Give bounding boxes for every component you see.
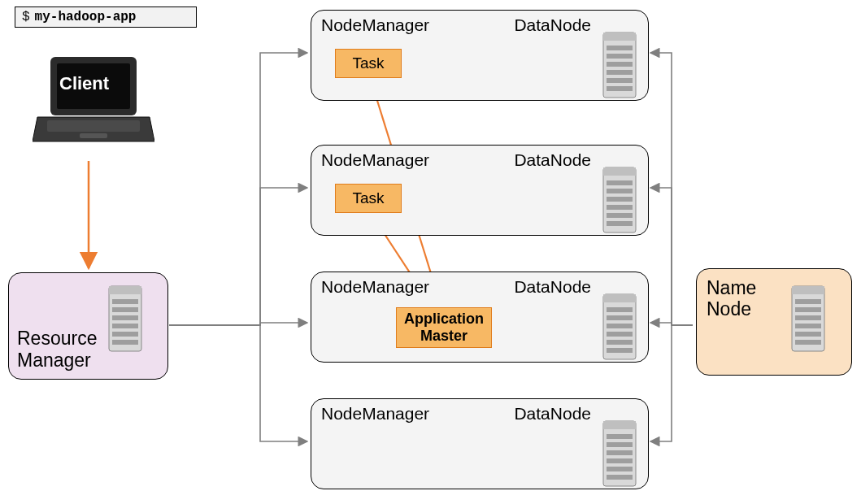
- svg-rect-50: [795, 299, 821, 304]
- arrows-rm-to-nm: [169, 53, 307, 441]
- server-icon-dn-4: [600, 419, 639, 489]
- diagram-stage: $my-hadoop-app Client Resource Manager N…: [0, 0, 861, 504]
- svg-rect-28: [607, 197, 633, 202]
- svg-rect-6: [47, 120, 140, 132]
- svg-rect-54: [795, 332, 821, 337]
- svg-rect-17: [603, 33, 636, 41]
- svg-rect-42: [607, 434, 633, 439]
- svg-rect-12: [112, 315, 138, 320]
- nm-label-4: NodeManager: [321, 404, 429, 424]
- server-icon-dn-2: [600, 166, 639, 236]
- svg-rect-46: [607, 467, 633, 471]
- svg-rect-29: [607, 205, 633, 210]
- dn-label-2: DataNode: [514, 150, 591, 170]
- nm-label-3: NodeManager: [321, 277, 429, 297]
- svg-rect-7: [80, 133, 107, 138]
- task-box-1: Task: [335, 49, 402, 78]
- svg-rect-31: [607, 221, 633, 226]
- svg-rect-14: [112, 332, 138, 337]
- application-master-box: Application Master: [396, 307, 492, 348]
- laptop-icon: [33, 54, 154, 151]
- svg-rect-20: [607, 62, 633, 67]
- svg-rect-43: [607, 442, 633, 447]
- svg-rect-41: [603, 421, 636, 429]
- svg-rect-10: [112, 299, 138, 304]
- node-manager-box-4: NodeManager DataNode: [311, 398, 649, 489]
- svg-rect-38: [607, 340, 633, 345]
- svg-rect-34: [607, 307, 633, 312]
- svg-rect-23: [607, 86, 633, 91]
- server-icon-dn-1: [600, 31, 639, 101]
- svg-rect-53: [795, 324, 821, 328]
- name-node-label: Name Node: [707, 277, 756, 320]
- svg-rect-9: [109, 286, 141, 294]
- dn-label-4: DataNode: [514, 404, 591, 424]
- svg-rect-52: [795, 315, 821, 320]
- name-node-box: Name Node: [696, 268, 852, 376]
- svg-rect-37: [607, 332, 633, 337]
- nm-label-1: NodeManager: [321, 15, 429, 35]
- svg-rect-19: [607, 54, 633, 59]
- command-text: my-hadoop-app: [35, 10, 137, 24]
- application-master-label: Application Master: [397, 311, 491, 344]
- client-label: Client: [59, 73, 109, 94]
- server-icon-rm: [106, 285, 145, 354]
- svg-rect-39: [607, 348, 633, 353]
- server-icon-nn: [789, 285, 828, 354]
- svg-rect-55: [795, 340, 821, 345]
- server-icon-dn-3: [600, 293, 639, 363]
- svg-rect-11: [112, 307, 138, 312]
- nn-label-line2: Node: [707, 298, 751, 319]
- svg-rect-26: [607, 180, 633, 185]
- svg-rect-33: [603, 294, 636, 302]
- command-prompt: $: [22, 10, 30, 24]
- resource-manager-label: Resource Manager: [17, 328, 97, 371]
- dn-label-3: DataNode: [514, 277, 591, 297]
- svg-rect-45: [607, 458, 633, 463]
- arrows-nn-to-dn: [650, 53, 693, 441]
- task-box-2: Task: [335, 184, 402, 213]
- rm-label-line1: Resource: [17, 328, 97, 349]
- nn-label-line1: Name: [707, 277, 756, 298]
- svg-rect-21: [607, 70, 633, 75]
- svg-rect-44: [607, 450, 633, 455]
- dn-label-1: DataNode: [514, 15, 591, 35]
- svg-rect-18: [607, 46, 633, 50]
- svg-rect-30: [607, 213, 633, 218]
- svg-rect-27: [607, 189, 633, 193]
- nm-label-2: NodeManager: [321, 150, 429, 170]
- rm-label-line2: Manager: [17, 350, 91, 371]
- svg-rect-15: [112, 340, 138, 345]
- svg-rect-22: [607, 78, 633, 83]
- command-box: $my-hadoop-app: [15, 7, 197, 28]
- svg-rect-25: [603, 167, 636, 176]
- svg-rect-36: [607, 324, 633, 328]
- svg-rect-49: [792, 286, 824, 294]
- svg-rect-47: [607, 475, 633, 480]
- svg-rect-51: [795, 307, 821, 312]
- svg-rect-13: [112, 324, 138, 328]
- svg-rect-35: [607, 315, 633, 320]
